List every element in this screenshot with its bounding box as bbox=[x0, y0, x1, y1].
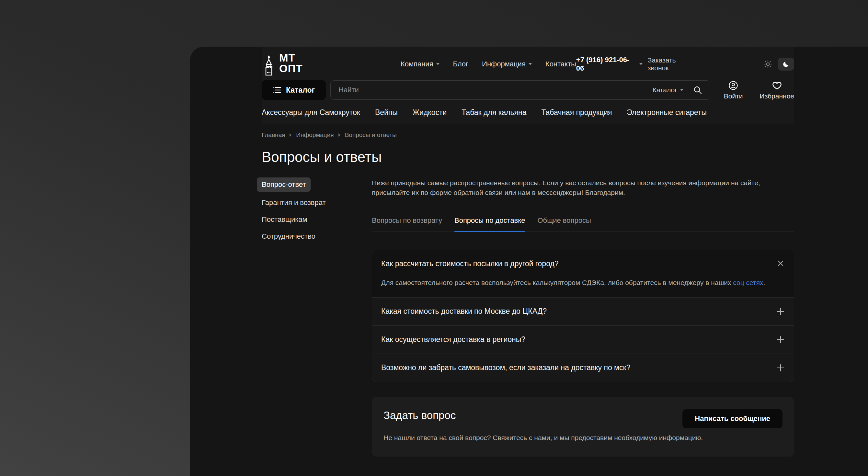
site-header: МТ ОПТ Компания Блог Информация bbox=[262, 46, 794, 124]
expand-button[interactable] bbox=[776, 335, 785, 345]
heart-icon bbox=[772, 80, 782, 91]
breadcrumb-information[interactable]: Информация bbox=[296, 131, 334, 138]
category-link-tobacco-products[interactable]: Табачная продукция bbox=[541, 108, 612, 117]
phone-number-text: +7 (916) 921-06-06 bbox=[576, 56, 636, 72]
moon-icon bbox=[782, 61, 789, 68]
nav-item-information[interactable]: Информация bbox=[482, 60, 532, 68]
expand-button[interactable] bbox=[776, 363, 785, 373]
content-panel: МТ ОПТ Компания Блог Информация bbox=[190, 46, 868, 476]
nav-item-blog[interactable]: Блог bbox=[453, 60, 469, 68]
category-link-hookah-tobacco[interactable]: Табак для кальяна bbox=[462, 108, 526, 117]
faq-answer: Для самостоятельного расчета воспользуйт… bbox=[381, 278, 769, 288]
ask-question-text: Не нашли ответа на свой вопрос? Свяжитес… bbox=[383, 434, 782, 442]
collapse-button[interactable] bbox=[776, 258, 785, 268]
chevron-down-icon bbox=[639, 63, 643, 65]
nav-item-company[interactable]: Компания bbox=[401, 60, 439, 68]
category-link-rolling-accessories[interactable]: Аксессуары для Самокруток bbox=[262, 108, 360, 117]
chevron-right-icon bbox=[338, 133, 340, 137]
list-icon bbox=[273, 86, 281, 94]
phone-number[interactable]: +7 (916) 921-06-06 bbox=[576, 56, 643, 72]
tab-general-questions[interactable]: Общие вопросы bbox=[537, 216, 591, 231]
faq-question: Возможно ли забрать самовывозом, если за… bbox=[381, 363, 769, 373]
user-icon bbox=[728, 80, 739, 91]
catalog-button-label: Каталог bbox=[286, 86, 315, 95]
search-input[interactable] bbox=[338, 86, 652, 94]
category-nav: Аксессуары для Самокруток Вейпы Жидкости… bbox=[262, 108, 794, 124]
faq-item-parcel-cost: Как рассчитать стоимость посылки в друго… bbox=[372, 250, 794, 297]
social-networks-link[interactable]: соц сетях bbox=[733, 279, 763, 286]
login-label: Войти bbox=[724, 92, 743, 100]
nav-item-label: Компания bbox=[401, 60, 433, 68]
plus-icon bbox=[776, 307, 785, 316]
dark-theme-button[interactable] bbox=[778, 58, 794, 71]
favorites-label: Избранное bbox=[760, 92, 794, 100]
faq-answer-text: Для самостоятельного расчета воспользуйт… bbox=[381, 279, 733, 286]
category-link-liquids[interactable]: Жидкости bbox=[413, 108, 447, 117]
sidebar-item-label: Вопрос-ответ bbox=[257, 178, 311, 192]
nav-item-label: Информация bbox=[482, 60, 526, 68]
ask-question-card: Задать вопрос Не нашли ответа на свой во… bbox=[372, 397, 794, 456]
plus-icon bbox=[776, 363, 785, 373]
chevron-down-icon bbox=[436, 63, 439, 65]
breadcrumb: Главная Информация Вопросы и ответы bbox=[262, 131, 794, 138]
faq-question[interactable]: Как рассчитать стоимость посылки в друго… bbox=[381, 259, 769, 269]
faq-tabs: Вопросы по возврату Вопросы по доставке … bbox=[372, 216, 794, 232]
main-nav: Компания Блог Информация Контакты bbox=[401, 60, 576, 68]
search-catalog-label: Каталог bbox=[652, 86, 677, 94]
catalog-button[interactable]: Каталог bbox=[262, 80, 326, 100]
plus-icon bbox=[776, 335, 785, 345]
breadcrumb-home[interactable]: Главная bbox=[262, 131, 285, 138]
search-catalog-select[interactable]: Каталог bbox=[652, 86, 683, 94]
sun-icon bbox=[764, 60, 772, 68]
nav-item-label: Блог bbox=[453, 60, 469, 68]
nav-item-label: Контакты bbox=[546, 60, 576, 68]
light-theme-button[interactable] bbox=[763, 59, 773, 70]
favorites-button[interactable]: Избранное bbox=[760, 80, 794, 100]
search-bar: Каталог bbox=[330, 80, 710, 100]
faq-answer-text: . bbox=[764, 279, 765, 286]
sidebar-item-cooperation[interactable]: Сотрудничество bbox=[262, 230, 372, 242]
faq-item-regional-delivery[interactable]: Как осуществляется доставка в регионы? bbox=[372, 326, 794, 354]
chevron-down-icon bbox=[680, 89, 683, 91]
search-icon bbox=[693, 86, 702, 95]
breadcrumb-current: Вопросы и ответы bbox=[345, 131, 397, 138]
request-call-link[interactable]: Заказать звонок bbox=[648, 56, 698, 72]
logo[interactable]: МТ ОПТ bbox=[262, 53, 321, 76]
sidebar-item-suppliers[interactable]: Поставщикам bbox=[262, 214, 372, 225]
faq-item-pickup-option[interactable]: Возможно ли забрать самовывозом, если за… bbox=[372, 354, 794, 382]
write-message-button[interactable]: Написать сообщение bbox=[682, 409, 782, 428]
kremlin-tower-icon bbox=[262, 55, 276, 76]
sidebar-item-faq[interactable]: Вопрос-ответ bbox=[262, 178, 372, 192]
chevron-down-icon bbox=[529, 63, 532, 65]
chevron-right-icon bbox=[289, 133, 291, 137]
category-link-e-cigarettes[interactable]: Электронные сигареты bbox=[627, 108, 707, 117]
faq-item-moscow-delivery-cost[interactable]: Какая стоимость доставки по Москве до ЦК… bbox=[372, 297, 794, 326]
logo-text: МТ ОПТ bbox=[279, 53, 321, 76]
tab-delivery-questions[interactable]: Вопросы по доставке bbox=[455, 216, 525, 231]
login-button[interactable]: Войти bbox=[724, 80, 743, 100]
tab-return-questions[interactable]: Вопросы по возврату bbox=[372, 216, 442, 231]
nav-item-contacts[interactable]: Контакты bbox=[546, 60, 576, 68]
expand-button[interactable] bbox=[776, 307, 785, 316]
phone-block: +7 (916) 921-06-06 Заказать звонок bbox=[576, 56, 698, 72]
faq-question: Как осуществляется доставка в регионы? bbox=[381, 335, 769, 345]
category-link-vapes[interactable]: Вейпы bbox=[375, 108, 398, 117]
theme-toggle bbox=[763, 58, 794, 71]
sidebar-item-warranty[interactable]: Гарантия и возврат bbox=[262, 197, 372, 209]
page-title: Вопросы и ответы bbox=[262, 149, 794, 165]
search-submit-button[interactable] bbox=[693, 86, 702, 95]
faq-side-menu: Вопрос-ответ Гарантия и возврат Поставщи… bbox=[262, 178, 372, 456]
faq-question: Какая стоимость доставки по Москве до ЦК… bbox=[381, 307, 769, 316]
close-icon bbox=[776, 258, 785, 268]
faq-intro-text: Ниже приведены самые распространенные во… bbox=[372, 178, 775, 197]
faq-accordion: Как рассчитать стоимость посылки в друго… bbox=[372, 250, 794, 382]
